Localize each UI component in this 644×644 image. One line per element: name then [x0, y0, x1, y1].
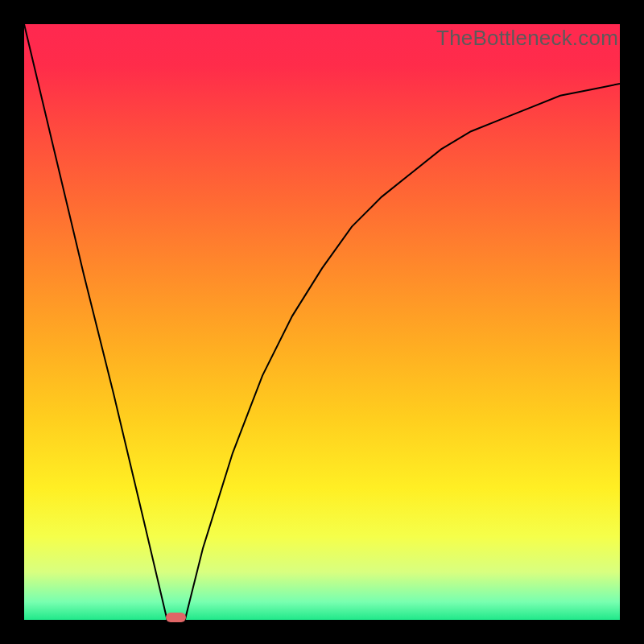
bottleneck-curve	[24, 24, 620, 620]
plot-area: TheBottleneck.com	[24, 24, 620, 620]
attribution-text: TheBottleneck.com	[436, 26, 618, 51]
chart-frame: TheBottleneck.com	[0, 0, 644, 644]
bottleneck-marker	[166, 613, 186, 622]
